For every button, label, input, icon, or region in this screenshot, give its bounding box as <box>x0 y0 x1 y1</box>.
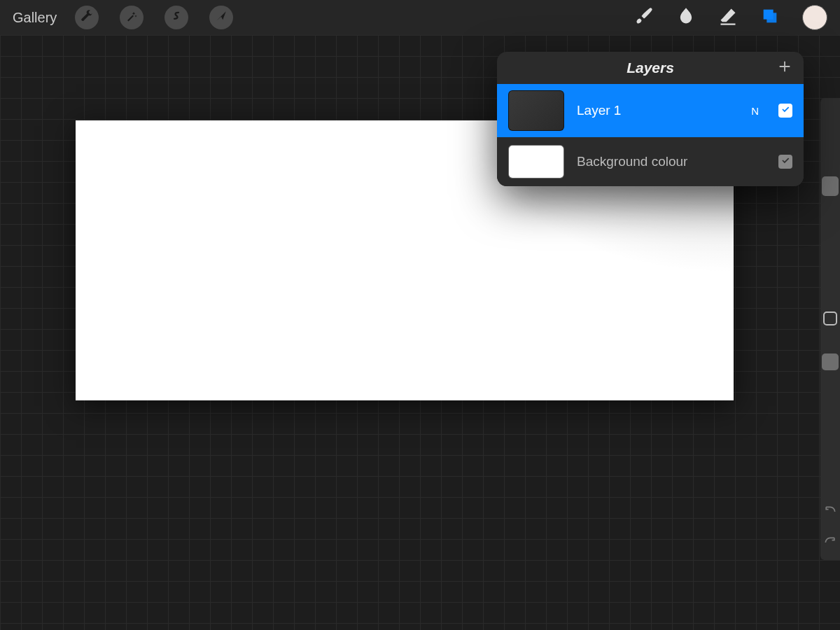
slider-thumb[interactable] <box>822 354 839 370</box>
brush-size-slider[interactable] <box>820 98 840 298</box>
check-icon <box>780 155 790 168</box>
redo-icon <box>823 536 837 548</box>
layer-visibility-checkbox[interactable] <box>778 155 792 169</box>
add-layer-button[interactable] <box>777 52 792 84</box>
transform-button[interactable] <box>209 6 233 29</box>
slider-thumb[interactable] <box>822 176 839 196</box>
check-icon <box>780 104 790 117</box>
layers-panel-header: Layers <box>497 52 804 84</box>
wrench-icon <box>80 10 93 25</box>
layer-thumbnail <box>508 145 564 178</box>
top-toolbar: Gallery <box>0 0 840 35</box>
undo-icon <box>823 505 837 517</box>
plus-icon <box>777 59 792 77</box>
adjustments-button[interactable] <box>120 6 144 29</box>
eraser-tool-button[interactable] <box>707 6 749 29</box>
layer-thumbnail <box>508 90 564 131</box>
color-picker-button[interactable] <box>802 5 827 30</box>
layers-tool-button[interactable] <box>749 6 791 29</box>
gallery-button[interactable]: Gallery <box>13 10 57 26</box>
smudge-icon <box>676 6 696 29</box>
wand-icon <box>125 10 138 25</box>
smudge-tool-button[interactable] <box>665 6 707 29</box>
layer-row[interactable]: Layer 1 N <box>497 84 804 137</box>
brush-opacity-slider[interactable] <box>820 340 840 493</box>
right-sidebar <box>820 98 840 560</box>
brush-icon <box>634 6 654 29</box>
layer-name-label: Background colour <box>577 154 766 169</box>
layers-panel-title: Layers <box>626 59 674 76</box>
layers-panel: Layers Layer 1 N Background colour <box>497 52 804 186</box>
layer-visibility-checkbox[interactable] <box>778 104 792 118</box>
layer-blend-mode-indicator[interactable]: N <box>751 105 759 117</box>
eraser-icon <box>718 6 738 29</box>
square-icon <box>823 312 837 326</box>
selection-s-icon <box>170 10 183 25</box>
brush-tool-button[interactable] <box>623 6 665 29</box>
layer-name-label: Layer 1 <box>577 103 738 118</box>
actions-button[interactable] <box>75 6 99 29</box>
undo-button[interactable] <box>823 501 837 518</box>
redo-button[interactable] <box>823 532 837 549</box>
selection-button[interactable] <box>164 6 188 29</box>
sidebar-modifier-button[interactable] <box>823 298 837 340</box>
arrow-cursor-icon <box>215 10 227 25</box>
layer-row-background[interactable]: Background colour <box>497 137 804 186</box>
layers-icon <box>760 6 780 29</box>
